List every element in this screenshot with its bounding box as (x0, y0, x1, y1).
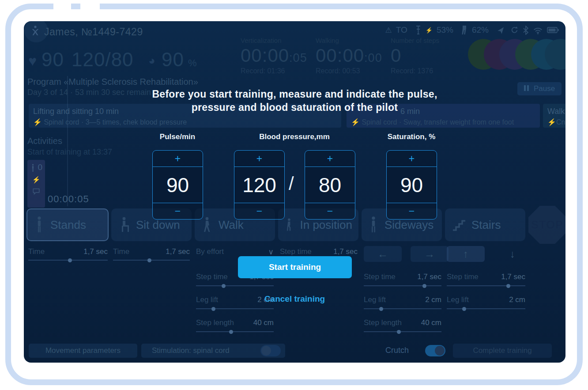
bp-separator: / (289, 173, 294, 194)
person-count-button[interactable]: 0 (27, 163, 45, 172)
side-leg-lift-slider[interactable] (364, 308, 441, 309)
stop-label: STOP (531, 219, 564, 231)
card-subtitle: Cn (556, 118, 565, 126)
pulse-value: 90 (153, 167, 203, 203)
location-icon (497, 26, 506, 34)
stimulation-toggle[interactable] (260, 345, 281, 356)
param-row: Step length40 cm (196, 318, 274, 327)
stop-button[interactable]: STOP (528, 206, 565, 244)
walk-mode-select[interactable]: By effort∨ (196, 247, 274, 257)
timer-seconds: :05 (289, 51, 307, 64)
stairs-leg-lift-slider[interactable] (447, 308, 525, 309)
stimulation-toggle-row: Stimulation: spinal cord (141, 344, 285, 358)
stands-time-slider[interactable] (28, 260, 108, 261)
walk-person-icon (201, 216, 213, 234)
sideways-left-button[interactable]: ← (364, 246, 402, 262)
systolic-value: 120 (234, 167, 284, 203)
stimulation-icon-button[interactable]: ⚡ (27, 176, 45, 184)
side-step-time-slider[interactable] (364, 285, 441, 286)
diastolic-stepper: + 80 − (305, 150, 355, 220)
battery-icon (547, 26, 559, 34)
side-step-length-slider[interactable] (364, 331, 441, 332)
saturation-decrement-button[interactable]: − (387, 203, 437, 219)
modal-title-line1: Before you start training, measure and i… (24, 88, 565, 100)
systolic-increment-button[interactable]: + (234, 151, 284, 167)
param-row: Step time1,7 sec (280, 247, 358, 256)
walk-step-length-slider[interactable] (196, 331, 274, 332)
saturation-increment-button[interactable]: + (387, 151, 437, 167)
pulse-decrement-button[interactable]: − (153, 203, 203, 219)
patient-name: James, №1449-7429 (44, 26, 143, 38)
param-row: Step time1,7 sec (447, 273, 525, 281)
sit-time-slider[interactable] (113, 260, 190, 261)
card-subtitle: Spinal cord · 3—5 times, chek blood pres… (44, 118, 187, 126)
exo-icon (461, 25, 468, 35)
walk-step-time-slider[interactable] (196, 285, 274, 286)
sideways-right-button[interactable]: → (411, 246, 449, 262)
pulse-stepper: + 90 − (152, 150, 203, 220)
activities-subtitle: Start of training at 13:37 (27, 148, 112, 157)
modal-title-line2: pressure and blood saturation of the pil… (24, 102, 565, 114)
timer-record: Record: 00:53 (316, 67, 388, 75)
timer-seconds: :00 (364, 51, 382, 64)
systolic-stepper: + 120 − (234, 150, 285, 220)
timer-label: Walking (316, 37, 388, 44)
saturation-reading: 90 (162, 49, 184, 71)
diastolic-increment-button[interactable]: + (305, 151, 355, 167)
mode-label: Walk (219, 218, 244, 232)
saturation-unit: % (188, 57, 197, 69)
movement-parameters-button[interactable]: Movement parameters (29, 344, 137, 358)
verticalization-timer: Verticalization 00:00:05 Record: 01:36 (241, 37, 313, 75)
saturation-icon: ◕ (148, 54, 155, 68)
param-row: Step length40 cm (364, 318, 441, 327)
mode-label: Stands (50, 218, 86, 232)
mode-label: Sit down (136, 218, 180, 232)
chevron-down-icon: ∨ (268, 247, 274, 257)
bluetooth-icon (523, 26, 529, 35)
diastolic-decrement-button[interactable]: − (305, 203, 355, 219)
timer-record: Record: 01:36 (241, 67, 313, 75)
mode-label: In position (300, 218, 352, 232)
blood-pressure-label: Blood pressure,mm (250, 133, 339, 141)
program-title: Program «Multiple Sclerosis Rehabilitati… (27, 77, 198, 87)
app-screen: James, №1449-7429 ⚠ TO ⚡ 53% 62% ♥ 90 12… (24, 21, 565, 363)
mode-stairs-button[interactable]: Stairs (445, 208, 525, 241)
sit-person-icon (117, 216, 131, 234)
crutch-battery: 53% (437, 25, 453, 35)
bolt-icon: ⚡ (33, 118, 42, 126)
crutch-icon (415, 25, 422, 35)
stimulation-label: Stimulation: spinal cord (152, 346, 230, 355)
start-training-button[interactable]: Start training (238, 256, 352, 278)
walk-leg-lift-slider[interactable] (196, 308, 274, 309)
maintenance-label: TO (396, 25, 407, 35)
sync-icon (510, 26, 519, 34)
bolt-icon: ⚡ (351, 118, 360, 126)
timer-label: Verticalization (241, 37, 313, 44)
card-subtitle: Spinal cord · Sway, transfer weight from… (362, 118, 514, 126)
mode-stands-button[interactable]: Stands (26, 208, 109, 241)
saturation-value: 90 (387, 167, 437, 203)
mode-label: Stairs (471, 218, 501, 232)
session-timer: 00:00:05 (48, 193, 89, 205)
pulse-increment-button[interactable]: + (153, 151, 203, 167)
stairs-down-button[interactable]: ↓ (494, 246, 531, 262)
saturation-stepper: + 90 − (386, 150, 437, 220)
warning-icon: ⚠ (385, 26, 392, 35)
systolic-decrement-button[interactable]: − (234, 203, 284, 219)
saturation-stepper-label: Saturation, % (381, 133, 442, 141)
pressure-reading: 120/80 (72, 49, 134, 71)
stairs-icon (451, 217, 466, 233)
param-row: Step time1,7 sec (364, 273, 441, 281)
timer-value: 00:00 (241, 45, 289, 66)
cancel-training-link[interactable]: Cancel training (24, 294, 565, 304)
stairs-up-button[interactable]: ↑ (447, 246, 485, 262)
stairs-step-time-slider[interactable] (447, 285, 525, 286)
complete-training-button[interactable]: Complete training (453, 344, 552, 358)
param-row: Time1,7 sec (28, 247, 108, 256)
person-count: 0 (38, 163, 42, 172)
comment-button[interactable] (27, 188, 45, 197)
param-row: Time1,7 sec (113, 247, 190, 256)
timer-value: 00:00 (316, 45, 364, 66)
steps-counter: Number of steps 0 Record: 1376 (391, 37, 464, 75)
crutch-toggle[interactable] (425, 345, 445, 356)
